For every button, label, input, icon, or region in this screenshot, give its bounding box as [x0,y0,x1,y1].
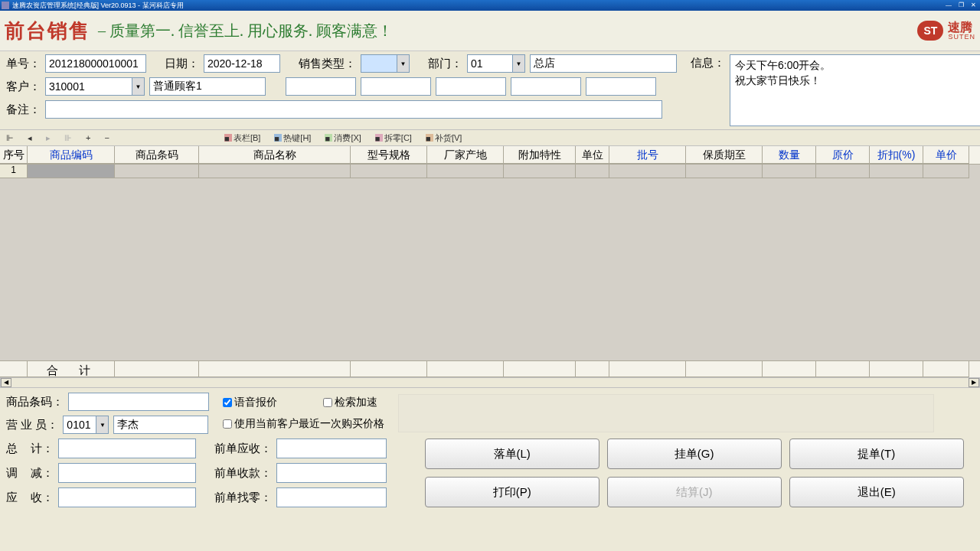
maximize-button[interactable]: ❐ [956,2,966,9]
th-barcode[interactable]: 商品条码 [115,146,199,164]
th-origprice[interactable]: 原价 [816,146,870,164]
dept-code-input[interactable] [467,54,513,73]
dropdown-icon[interactable]: ▼ [96,416,109,434]
table-row[interactable]: 1 [0,165,980,178]
th-origin[interactable]: 厂家产地 [427,146,504,164]
prev-change-input[interactable] [276,487,387,507]
exit-button[interactable]: 退出(E) [789,477,964,507]
receive-input[interactable] [58,487,196,507]
logo-icon: ST [917,21,943,41]
cols-button[interactable]: ■表栏[B] [224,132,260,144]
customer-code-input[interactable] [45,77,132,96]
th-qty[interactable]: 数量 [763,146,816,164]
nav-last-button[interactable]: ⊪ [64,133,72,143]
th-code[interactable]: 商品编码 [28,146,115,164]
drop-button[interactable]: 落单(L) [425,439,599,469]
horizontal-scrollbar[interactable]: ◀ ▶ [0,377,980,388]
dept-label: 部门： [428,57,462,71]
salesman-code-input[interactable] [63,416,96,434]
data-grid[interactable]: 序号 商品编码 商品条码 商品名称 型号规格 厂家产地 附加特性 单位 批号 保… [0,146,980,377]
salesman-label: 营 业 员： [6,418,58,432]
footer-total: 合 计 [28,361,115,377]
extra-input-3[interactable] [436,77,506,96]
logo: ST 速腾 SUTEN [917,21,975,41]
form-area: 单号： 日期： 销售类型： ▼ 部门： ▼ 客户： ▼ [0,51,980,129]
minimize-button[interactable]: — [943,2,954,9]
slogan: – 质量第一. 信誉至上. 用心服务. 顾客满意！ [98,21,393,41]
hold-button[interactable]: 挂单(G) [607,439,782,469]
info-line1: 今天下午6:00开会。 [735,58,980,73]
info-line2: 祝大家节日快乐！ [735,73,980,89]
sale-type-label: 销售类型： [299,57,356,71]
hotkey-button[interactable]: ■热键[H] [274,132,311,144]
remark-label: 备注： [6,103,41,117]
scroll-left-icon[interactable]: ◀ [1,378,11,387]
close-button[interactable]: ✕ [968,2,978,9]
prev-due-label: 前单应收： [214,442,272,456]
logo-cn: 速腾 [948,21,975,34]
adjust-input[interactable] [58,463,196,483]
speed-checkbox[interactable]: 检索加速 [323,396,377,409]
dropdown-icon[interactable]: ▼ [132,77,145,96]
extra-input-1[interactable] [286,77,356,96]
th-expiry[interactable]: 保质期至 [686,146,763,164]
extra-input-4[interactable] [511,77,581,96]
salesman-combo[interactable]: ▼ [63,416,109,434]
dept-name-input[interactable] [530,54,677,73]
restock-button[interactable]: ■补货[V] [426,132,462,144]
th-unit[interactable]: 单位 [576,146,609,164]
th-seq: 序号 [0,146,28,164]
total-input[interactable] [58,439,196,458]
nav-prev-button[interactable]: ◂ [28,133,32,143]
th-batch[interactable]: 批号 [609,146,686,164]
titlebar: 速腾农资店管理系统[经典版] Ver20.0913 - 某河科店专用 — ❐ ✕ [0,0,980,11]
logo-en: SUTEN [948,34,975,41]
dropdown-icon[interactable]: ▼ [397,54,410,73]
sale-type-input[interactable] [361,54,397,73]
total-label: 总 计： [6,442,54,456]
date-input[interactable] [204,54,280,73]
th-attr[interactable]: 附加特性 [504,146,576,164]
grid-toolbar: ⊩ ◂ ▸ ⊪ + − ■表栏[B] ■热键[H] ■消费[X] ■拆零[C] … [0,129,980,146]
pick-button[interactable]: 提单(T) [789,439,964,469]
nav-next-button[interactable]: ▸ [46,133,51,143]
order-no-input[interactable] [45,54,146,73]
app-icon [2,2,9,9]
dropdown-icon[interactable]: ▼ [513,54,525,73]
order-no-label: 单号： [6,57,41,71]
prev-change-label: 前单找零： [214,491,272,505]
sale-type-combo[interactable]: ▼ [361,54,410,73]
receive-label: 应 收： [6,491,54,505]
customer-name-input[interactable] [149,77,266,96]
header: 前台销售 – 质量第一. 信誉至上. 用心服务. 顾客满意！ ST 速腾 SUT… [0,11,980,51]
window-title: 速腾农资店管理系统[经典版] Ver20.0913 - 某河科店专用 [12,1,943,11]
settle-button[interactable]: 结算(J) [607,477,782,507]
prev-paid-input[interactable] [276,463,387,483]
extra-input-2[interactable] [361,77,431,96]
prev-due-input[interactable] [276,439,387,458]
consume-button[interactable]: ■消费[X] [325,132,361,144]
customer-code-combo[interactable]: ▼ [45,77,145,96]
adjust-label: 调 减： [6,466,54,481]
barcode-label: 商品条码： [6,395,64,409]
nav-first-button[interactable]: ⊩ [6,133,14,143]
th-price[interactable]: 单价 [923,146,969,164]
split-button[interactable]: ■拆零[C] [375,132,412,144]
voice-checkbox[interactable]: 语音报价 [223,396,277,409]
remark-input[interactable] [45,100,662,119]
th-discount[interactable]: 折扣(%) [870,146,923,164]
page-title: 前台销售 [5,18,90,44]
info-label: 信息： [691,56,725,70]
dept-code-combo[interactable]: ▼ [467,54,525,73]
extra-input-5[interactable] [586,77,656,96]
print-button[interactable]: 打印(P) [425,477,599,507]
salesman-name-input[interactable] [113,416,208,434]
scroll-right-icon[interactable]: ▶ [969,378,979,387]
lastprice-checkbox[interactable]: 使用当前客户最近一次购买价格 [223,417,384,431]
barcode-input[interactable] [68,393,209,411]
th-name[interactable]: 商品名称 [199,146,351,164]
th-spec[interactable]: 型号规格 [351,146,427,164]
del-row-button[interactable]: − [104,133,109,143]
info-box: 今天下午6:00开会。 祝大家节日快乐！ [730,54,980,126]
add-row-button[interactable]: + [86,133,90,143]
